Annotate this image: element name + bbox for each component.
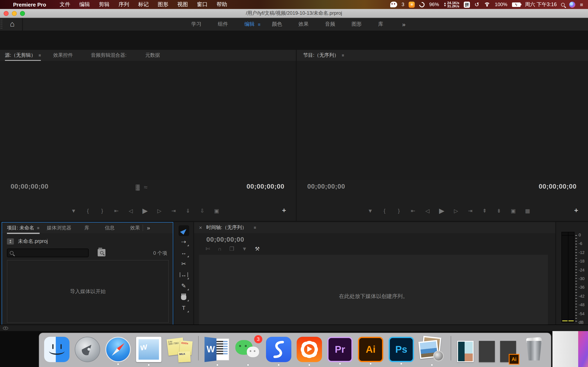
dock-minimized-photoshop-window[interactable]: [457, 341, 474, 362]
step-forward-button[interactable]: ▷: [451, 208, 461, 214]
lift-button[interactable]: ⇞: [480, 208, 490, 214]
tab-metadata[interactable]: 元数据: [145, 52, 160, 59]
export-frame-button[interactable]: ▣: [212, 208, 222, 214]
panel-menu-icon[interactable]: ≡: [39, 53, 41, 58]
pen-tool[interactable]: ✎: [178, 280, 189, 291]
tab-program[interactable]: 节目:（无序列） ≡: [303, 52, 344, 59]
mark-out-button[interactable]: }: [97, 208, 107, 214]
notification-center-icon[interactable]: ≡: [580, 1, 583, 8]
menu-item-marker[interactable]: 标记: [138, 1, 149, 8]
add-marker-button[interactable]: ▼: [69, 208, 78, 214]
timeline-settings-wrench-icon[interactable]: ⚒: [255, 246, 260, 252]
go-to-in-button[interactable]: ⇤: [111, 208, 121, 214]
panel-menu-icon[interactable]: ≡: [254, 225, 256, 230]
linked-selection-icon[interactable]: ❐: [230, 246, 234, 252]
panel-menu-icon[interactable]: ≡: [37, 225, 39, 230]
bin-up-icon[interactable]: ↥: [7, 238, 14, 244]
play-button[interactable]: ▶: [437, 206, 447, 215]
dock-minimized-illustrator-window[interactable]: Ai: [500, 341, 516, 362]
tab-effect-controls[interactable]: 效果控件: [53, 52, 73, 59]
input-method-icon[interactable]: 拼: [464, 1, 470, 8]
track-select-forward-tool[interactable]: ⇢: [178, 236, 189, 247]
workspace-tab-audio[interactable]: 音频: [317, 21, 343, 28]
go-to-in-button[interactable]: ⇤: [408, 208, 418, 214]
drag-video-icon[interactable]: [136, 184, 140, 191]
workspace-tab-assembly[interactable]: 组件: [210, 21, 236, 28]
close-panel-icon[interactable]: ×: [199, 225, 202, 231]
hand-tool[interactable]: [178, 292, 189, 302]
extract-button[interactable]: ⇟: [494, 208, 504, 214]
dock-stickies[interactable]: Lou555-7361 EGGs MILK: [167, 337, 192, 362]
workspace-menu-icon[interactable]: ≡: [258, 22, 261, 27]
dock-blue-s-app[interactable]: [266, 337, 291, 362]
slip-tool[interactable]: ↔: [178, 269, 189, 280]
selection-tool[interactable]: [178, 225, 189, 236]
dock-safari[interactable]: [105, 337, 131, 362]
menu-item-sequence[interactable]: 序列: [119, 1, 129, 8]
tab-timeline[interactable]: 时间轴:（无序列） ≡: [206, 224, 256, 231]
nest-toggle-icon[interactable]: ✄: [205, 246, 210, 252]
network-speed[interactable]: ▲▼ 24.1K/s 31.2K/s: [443, 1, 459, 8]
tab-effects[interactable]: 效果: [130, 224, 140, 231]
menu-clock[interactable]: 周六 下午3:16: [525, 1, 557, 8]
wechat-status-icon[interactable]: [390, 2, 397, 7]
dock-sunflower-video-app[interactable]: [297, 337, 322, 362]
tab-source[interactable]: 源:（无剪辑） ≡: [5, 52, 41, 59]
source-current-timecode[interactable]: 00;00;00;00: [11, 183, 48, 190]
project-overflow-button[interactable]: »: [147, 225, 150, 231]
dock-mail[interactable]: w: [136, 337, 162, 362]
app-menu-title[interactable]: Premiere Pro: [13, 1, 46, 8]
flower-app-icon[interactable]: ✳: [409, 1, 415, 8]
workspace-overflow-button[interactable]: »: [402, 18, 406, 31]
workspace-tab-color[interactable]: 颜色: [264, 21, 290, 28]
go-to-out-button[interactable]: ⇥: [465, 208, 475, 214]
go-to-out-button[interactable]: ⇥: [169, 208, 179, 214]
type-tool[interactable]: T: [178, 302, 189, 313]
comparison-view-button[interactable]: ▦: [523, 208, 532, 214]
dock-photoshop[interactable]: Ps: [389, 337, 414, 362]
dock-illustrator[interactable]: Ai: [358, 337, 383, 362]
workspace-tab-libraries[interactable]: 库: [370, 21, 392, 28]
tab-audio-clip-mixer[interactable]: 音频剪辑混合器:: [91, 52, 127, 59]
mark-out-button[interactable]: }: [394, 208, 404, 214]
button-editor-add[interactable]: +: [574, 207, 578, 215]
export-frame-button[interactable]: ▣: [508, 208, 518, 214]
siri-icon[interactable]: [569, 1, 576, 8]
overwrite-button[interactable]: ⇩: [197, 208, 207, 214]
mark-in-button[interactable]: {: [83, 208, 93, 214]
razor-tool[interactable]: ✂: [178, 259, 189, 269]
dock-minimized-dark-window[interactable]: [479, 341, 495, 362]
panel-menu-icon[interactable]: ≡: [342, 53, 344, 58]
workspace-tab-effects[interactable]: 效果: [290, 21, 317, 28]
events-eye-icon[interactable]: [3, 326, 8, 330]
add-marker-icon[interactable]: ▼: [242, 246, 247, 252]
menu-item-edit[interactable]: 编辑: [79, 1, 90, 8]
menu-item-help[interactable]: 帮助: [217, 1, 227, 8]
step-forward-button[interactable]: ▷: [154, 208, 164, 214]
dock-finder[interactable]: [44, 337, 69, 362]
project-item-list[interactable]: 导入媒体以开始: [7, 260, 169, 323]
dock-word[interactable]: W: [205, 337, 230, 362]
ring-meter-icon[interactable]: [418, 1, 426, 8]
tab-project[interactable]: 项目: 未命名 ≡: [7, 224, 39, 231]
dock-preview[interactable]: [419, 337, 444, 362]
dock-premiere-pro[interactable]: Pr: [327, 337, 353, 362]
menu-item-clip[interactable]: 剪辑: [99, 1, 110, 8]
time-machine-icon[interactable]: ↺: [474, 2, 479, 7]
search-input[interactable]: [7, 249, 89, 257]
project-breadcrumb[interactable]: ↥ 未命名.prproj: [7, 238, 48, 245]
program-current-timecode[interactable]: 00;00;00;00: [307, 183, 345, 190]
menu-item-window[interactable]: 窗口: [197, 1, 208, 8]
dock-launchpad[interactable]: [75, 337, 100, 362]
spotlight-search-icon[interactable]: [561, 3, 565, 6]
step-back-button[interactable]: ◁: [423, 208, 432, 214]
home-button[interactable]: ⌂: [2, 18, 23, 31]
insert-button[interactable]: ⇓: [183, 208, 193, 214]
tab-info[interactable]: 信息: [105, 224, 115, 231]
audio-meters-panel[interactable]: 0 -6 -12 -18 -24 -30 -36 -42 -48 -54 dB: [556, 222, 588, 342]
snap-magnet-icon[interactable]: ∩: [218, 246, 222, 252]
wifi-icon[interactable]: [484, 2, 490, 7]
tab-media-browser[interactable]: 媒体浏览器: [47, 224, 71, 231]
menu-item-view[interactable]: 视图: [177, 1, 188, 8]
dock-wechat[interactable]: 3: [235, 337, 261, 362]
